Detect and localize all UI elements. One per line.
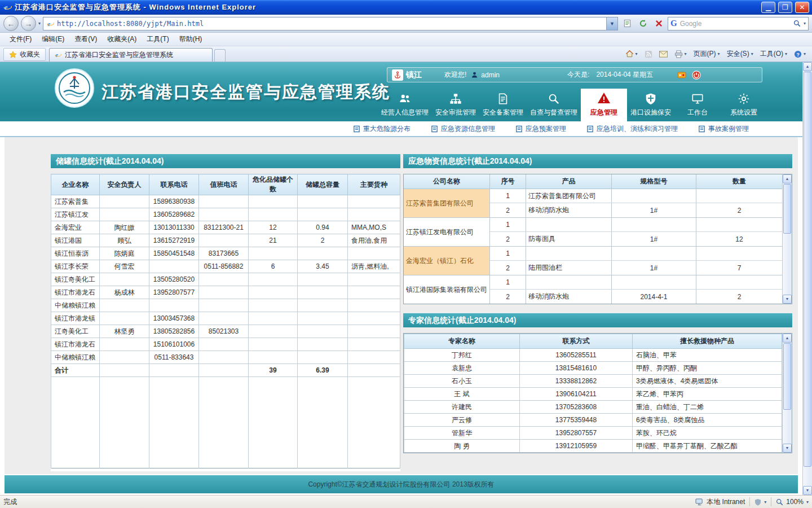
- scroll-thumb[interactable]: [783, 343, 791, 410]
- cell-capacity: [298, 325, 348, 338]
- compatibility-icon: [623, 19, 632, 28]
- scroll-up-icon[interactable]: ▲: [783, 334, 792, 343]
- table-row: 中储粮镇江粮 0511-833643: [51, 351, 400, 364]
- cell-cargo: [348, 364, 400, 377]
- nav-item-operators[interactable]: 经营人信息管理: [378, 89, 432, 121]
- cell-spec: [612, 275, 696, 289]
- theme-icon[interactable]: [677, 71, 686, 79]
- subnav-item[interactable]: 应急资源信息管理: [431, 124, 495, 134]
- supplies-scrollbar[interactable]: ▲ ▼: [782, 174, 792, 304]
- cell-phone: 13805282856: [149, 325, 199, 338]
- subnav-item[interactable]: 应急培训、演练和演习管理: [586, 124, 678, 134]
- table-row: 江苏索普集 15896380938: [51, 195, 400, 208]
- stop-button[interactable]: [652, 17, 665, 30]
- scroll-up-icon[interactable]: ▲: [803, 62, 812, 71]
- print-button[interactable]: ▾: [672, 49, 690, 59]
- close-button[interactable]: ✕: [795, 2, 809, 13]
- address-input[interactable]: e http://localhost:8080/yjpt/Main.html ▼: [43, 17, 618, 30]
- cell-capacity: [298, 208, 348, 221]
- table-row: 镇江奇美化工 13505280520: [51, 273, 400, 286]
- cell-seq: 1: [490, 247, 526, 260]
- address-dropdown-button[interactable]: ▼: [606, 17, 617, 30]
- today-text: 今天是: 2014-04-04 星期五: [567, 70, 653, 80]
- home-button[interactable]: ▾: [623, 49, 641, 59]
- cell-phone: [149, 260, 199, 273]
- history-chevron-icon[interactable]: ▾: [38, 21, 41, 26]
- scroll-down-icon[interactable]: ▼: [783, 444, 792, 453]
- scroll-thumb[interactable]: [804, 72, 811, 467]
- subnav-item[interactable]: 重大危险源分布: [353, 124, 411, 134]
- menu-item[interactable]: 查看(V): [69, 33, 102, 46]
- search-input[interactable]: G Google ▾: [668, 17, 809, 30]
- magnifier-icon[interactable]: [793, 20, 801, 27]
- subnav-label: 应急培训、演练和演习管理: [597, 124, 678, 134]
- maximize-button[interactable]: ❐: [778, 2, 792, 13]
- copyright-text: Copyright©江苏省交通规划设计院股份有限公司 2013版权所有: [308, 480, 494, 489]
- zoom-dropdown-icon[interactable]: ▾: [806, 500, 809, 505]
- supplies-subrow: 1 江苏索普集团有限公司: [490, 189, 782, 203]
- page-menu[interactable]: 页面(P)▾: [691, 48, 723, 60]
- cell-contact: 13705283608: [520, 401, 633, 414]
- browser-tab[interactable]: e 江苏省港口安全监管与应急管理系统: [49, 48, 213, 62]
- subnav-item[interactable]: 应急预案管理: [515, 124, 566, 134]
- search-placeholder[interactable]: Google: [680, 20, 791, 28]
- menu-item[interactable]: 帮助(H): [174, 33, 208, 46]
- welcome-text: 欢迎您!: [444, 70, 466, 80]
- ie-logo-icon: e: [3, 3, 12, 12]
- refresh-button[interactable]: [636, 17, 650, 30]
- tank-table: 企业名称 安全负责人 联系电话 值班电话 危化品储罐个数 储罐总容量 主要货种 …: [51, 174, 400, 468]
- cell-duty-phone: [199, 299, 249, 312]
- nav-item-safety-filing[interactable]: 安全备案管理: [479, 89, 527, 121]
- tab-title: 江苏省港口安全监管与应急管理系统: [65, 50, 173, 60]
- cell-company: 镇江港国际集装箱有限公司: [404, 275, 490, 304]
- menu-item[interactable]: 收藏夹(A): [102, 33, 142, 46]
- cell-expert-name: 丁邦红: [404, 349, 520, 362]
- page-scrollbar[interactable]: ▲ ▼: [802, 62, 812, 495]
- col-header: 储罐总容量: [298, 174, 348, 195]
- nav-item-safety-approval[interactable]: 安全审批管理: [432, 89, 479, 121]
- cell-duty-phone: [199, 286, 249, 299]
- url-text[interactable]: http://localhost:8080/yjpt/Main.html: [57, 20, 603, 28]
- favorites-button[interactable]: 收藏夹: [3, 48, 46, 61]
- nav-item-workbench[interactable]: 工作台: [674, 89, 721, 121]
- gear-icon: [738, 93, 750, 105]
- nav-item-inspection[interactable]: 自查与督查管理: [527, 89, 581, 121]
- protected-mode-pane[interactable]: ▾: [754, 498, 766, 506]
- menu-bar: 文件(F)编辑(E)查看(V)收藏夹(A)工具(T)帮助(H): [0, 33, 812, 46]
- cell-cargo: MMA,MO,S: [348, 221, 400, 234]
- tools-menu[interactable]: 工具(O)▾: [757, 48, 790, 60]
- subnav-item[interactable]: 事故案例管理: [698, 124, 749, 134]
- menu-item[interactable]: 工具(T): [142, 33, 174, 46]
- experts-panel-title: 专家信息统计(截止2014.04.04): [403, 313, 792, 327]
- cell-contact: 13906104211: [520, 388, 633, 401]
- help-button[interactable]: ? ▾: [791, 49, 809, 59]
- zoom-control[interactable]: 100% ▾: [776, 498, 809, 506]
- logout-power-icon[interactable]: [692, 71, 701, 80]
- search-dropdown-icon[interactable]: ▾: [804, 21, 806, 26]
- scroll-up-icon[interactable]: ▲: [783, 174, 792, 183]
- scroll-down-icon[interactable]: ▼: [803, 486, 812, 495]
- cell-qty: 12: [696, 232, 782, 246]
- read-mail-button[interactable]: [656, 50, 670, 59]
- menu-item[interactable]: 编辑(E): [37, 33, 69, 46]
- scroll-down-icon[interactable]: ▼: [783, 295, 792, 304]
- protection-dropdown-icon[interactable]: ▾: [764, 500, 766, 505]
- forward-button[interactable]: →: [21, 16, 36, 31]
- table-row: 镇江市港龙石 杨成林 13952807577: [51, 286, 400, 299]
- feeds-button[interactable]: [642, 49, 655, 59]
- experts-scrollbar[interactable]: ▲ ▼: [782, 334, 792, 453]
- new-tab-stub[interactable]: [214, 49, 226, 62]
- refresh-icon: [639, 19, 647, 28]
- safety-menu[interactable]: 安全(S)▾: [724, 48, 756, 60]
- menu-item[interactable]: 文件(F): [5, 33, 37, 46]
- nav-item-port-security[interactable]: 港口设施保安: [627, 89, 674, 121]
- cell-qty: [696, 218, 782, 231]
- compatibility-button[interactable]: [620, 17, 634, 30]
- nav-item-settings[interactable]: 系统设置: [721, 89, 767, 121]
- cell-cargo: [348, 338, 400, 351]
- scroll-thumb[interactable]: [783, 184, 791, 234]
- minimize-button[interactable]: ▁: [761, 2, 775, 13]
- nav-item-emergency[interactable]: 应急管理: [581, 89, 627, 121]
- back-button[interactable]: ←: [3, 16, 19, 31]
- cell-specialty: 重油、白蜡油、丁二烯: [633, 401, 782, 414]
